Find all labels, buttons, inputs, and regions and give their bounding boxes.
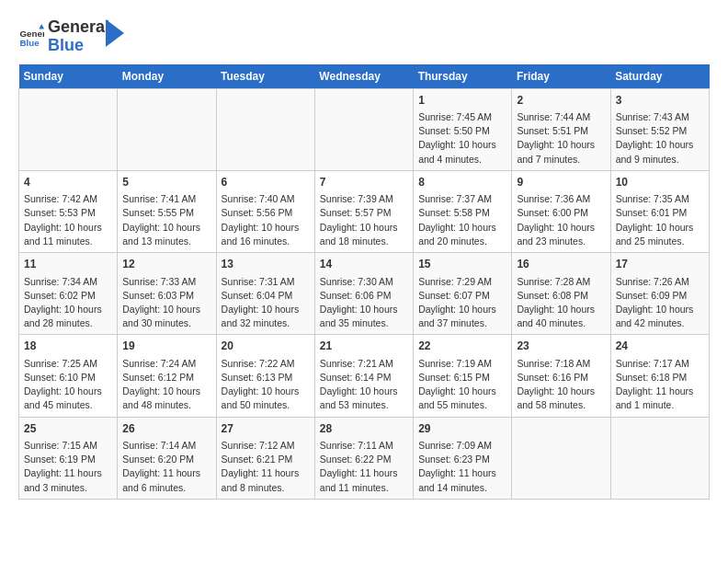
day-info-text: Sunrise: 7:28 AM <box>517 275 605 289</box>
calendar-cell: 2Sunrise: 7:44 AMSunset: 5:51 PMDaylight… <box>512 88 610 170</box>
day-info-text: Sunrise: 7:44 AM <box>517 110 605 124</box>
day-info-text: Sunset: 6:08 PM <box>517 289 605 303</box>
calendar-cell: 22Sunrise: 7:19 AMSunset: 6:15 PMDayligh… <box>414 335 512 417</box>
day-info-text: Sunset: 6:04 PM <box>222 289 310 303</box>
day-number: 1 <box>418 93 506 109</box>
day-info-text: Daylight: 11 hours <box>122 466 210 480</box>
logo-blue: Blue <box>48 36 84 54</box>
day-info-text: Daylight: 10 hours <box>517 385 605 398</box>
day-info-text: Sunrise: 7:37 AM <box>418 192 506 206</box>
day-info-text: Sunrise: 7:15 AM <box>24 439 112 453</box>
calendar-cell: 20Sunrise: 7:22 AMSunset: 6:13 PMDayligh… <box>216 335 314 417</box>
calendar-cell: 9Sunrise: 7:36 AMSunset: 6:00 PMDaylight… <box>512 170 610 252</box>
day-info-text: and 11 minutes. <box>24 235 112 248</box>
calendar-cell <box>314 88 413 170</box>
day-info-text: Sunset: 6:07 PM <box>418 289 506 303</box>
day-info-text: and 58 minutes. <box>517 398 605 412</box>
day-info-text: and 53 minutes. <box>320 398 408 412</box>
calendar-cell: 24Sunrise: 7:17 AMSunset: 6:18 PMDayligh… <box>610 335 709 417</box>
logo-icon: General Blue <box>18 24 44 50</box>
day-info-text: Daylight: 10 hours <box>517 138 605 152</box>
day-info-text: and 40 minutes. <box>517 316 605 330</box>
day-info-text: and 42 minutes. <box>616 316 704 330</box>
day-info-text: and 11 minutes. <box>320 481 408 495</box>
day-info-text: Sunset: 5:50 PM <box>418 124 506 138</box>
day-number: 4 <box>24 175 112 190</box>
calendar-week-row: 1Sunrise: 7:45 AMSunset: 5:50 PMDaylight… <box>19 88 710 170</box>
calendar-cell: 1Sunrise: 7:45 AMSunset: 5:50 PMDaylight… <box>414 88 512 170</box>
day-number: 3 <box>616 93 704 109</box>
logo-general: General <box>48 17 109 36</box>
day-number: 17 <box>616 257 704 272</box>
day-number: 18 <box>24 339 112 354</box>
day-info-text: Sunset: 6:00 PM <box>517 206 605 220</box>
day-info-text: Sunrise: 7:18 AM <box>517 357 605 371</box>
day-info-text: and 48 minutes. <box>122 398 210 412</box>
svg-marker-2 <box>39 24 44 29</box>
day-info-text: Daylight: 10 hours <box>320 385 408 398</box>
col-header-sunday: Sunday <box>19 64 118 89</box>
calendar-week-row: 18Sunrise: 7:25 AMSunset: 6:10 PMDayligh… <box>19 335 710 417</box>
col-header-wednesday: Wednesday <box>314 64 413 89</box>
day-info-text: and 16 minutes. <box>222 235 310 248</box>
calendar-cell: 8Sunrise: 7:37 AMSunset: 5:58 PMDaylight… <box>414 170 512 252</box>
calendar-cell: 29Sunrise: 7:09 AMSunset: 6:23 PMDayligh… <box>414 417 512 499</box>
calendar-cell: 18Sunrise: 7:25 AMSunset: 6:10 PMDayligh… <box>19 335 118 417</box>
col-header-monday: Monday <box>118 64 216 89</box>
day-number: 7 <box>320 175 408 190</box>
day-info-text: and 9 minutes. <box>616 153 704 167</box>
day-info-text: Sunrise: 7:21 AM <box>320 357 408 371</box>
calendar-cell: 21Sunrise: 7:21 AMSunset: 6:14 PMDayligh… <box>314 335 413 417</box>
calendar-cell: 11Sunrise: 7:34 AMSunset: 6:02 PMDayligh… <box>19 253 118 335</box>
day-info-text: Daylight: 10 hours <box>222 221 310 235</box>
day-info-text: Sunrise: 7:11 AM <box>320 439 408 453</box>
day-info-text: Sunrise: 7:22 AM <box>222 357 310 371</box>
col-header-thursday: Thursday <box>414 64 512 89</box>
day-number: 20 <box>222 339 310 354</box>
day-info-text: Daylight: 11 hours <box>24 466 112 480</box>
day-number: 15 <box>418 257 506 272</box>
day-info-text: Sunrise: 7:31 AM <box>222 275 310 289</box>
day-info-text: Sunrise: 7:19 AM <box>418 357 506 371</box>
day-info-text: Sunrise: 7:45 AM <box>418 110 506 124</box>
day-number: 16 <box>517 257 605 272</box>
day-info-text: Daylight: 11 hours <box>222 466 310 480</box>
svg-text:Blue: Blue <box>19 38 40 48</box>
calendar-cell: 28Sunrise: 7:11 AMSunset: 6:22 PMDayligh… <box>314 417 413 499</box>
calendar-cell: 10Sunrise: 7:35 AMSunset: 6:01 PMDayligh… <box>610 170 709 252</box>
calendar-week-row: 25Sunrise: 7:15 AMSunset: 6:19 PMDayligh… <box>19 417 710 499</box>
day-info-text: Daylight: 10 hours <box>320 303 408 316</box>
day-number: 19 <box>122 339 210 354</box>
day-info-text: and 35 minutes. <box>320 316 408 330</box>
calendar-week-row: 11Sunrise: 7:34 AMSunset: 6:02 PMDayligh… <box>19 253 710 335</box>
day-number: 28 <box>320 421 408 437</box>
calendar-cell: 3Sunrise: 7:43 AMSunset: 5:52 PMDaylight… <box>610 88 709 170</box>
day-number: 29 <box>418 421 506 437</box>
day-info-text: Sunset: 6:02 PM <box>24 289 112 303</box>
day-info-text: Daylight: 10 hours <box>24 385 112 398</box>
day-number: 9 <box>517 175 605 190</box>
calendar-cell: 17Sunrise: 7:26 AMSunset: 6:09 PMDayligh… <box>610 253 709 335</box>
calendar-cell: 7Sunrise: 7:39 AMSunset: 5:57 PMDaylight… <box>314 170 413 252</box>
day-number: 27 <box>222 421 310 437</box>
logo-arrow-icon <box>106 19 124 47</box>
col-header-saturday: Saturday <box>610 64 709 89</box>
day-number: 14 <box>320 257 408 272</box>
calendar-cell <box>118 88 216 170</box>
day-info-text: Sunrise: 7:29 AM <box>418 275 506 289</box>
day-info-text: Sunrise: 7:33 AM <box>122 275 210 289</box>
day-info-text: Sunrise: 7:43 AM <box>616 110 704 124</box>
calendar-week-row: 4Sunrise: 7:42 AMSunset: 5:53 PMDaylight… <box>19 170 710 252</box>
day-info-text: Daylight: 10 hours <box>418 138 506 152</box>
day-info-text: Sunrise: 7:35 AM <box>616 192 704 206</box>
day-info-text: Sunrise: 7:14 AM <box>122 439 210 453</box>
day-info-text: and 28 minutes. <box>24 316 112 330</box>
calendar-cell <box>512 417 610 499</box>
day-info-text: Daylight: 10 hours <box>418 385 506 398</box>
day-number: 25 <box>24 421 112 437</box>
day-info-text: Sunrise: 7:39 AM <box>320 192 408 206</box>
day-info-text: Sunset: 6:18 PM <box>616 371 704 385</box>
calendar-cell: 14Sunrise: 7:30 AMSunset: 6:06 PMDayligh… <box>314 253 413 335</box>
day-info-text: and 45 minutes. <box>24 398 112 412</box>
day-info-text: Daylight: 11 hours <box>418 466 506 480</box>
